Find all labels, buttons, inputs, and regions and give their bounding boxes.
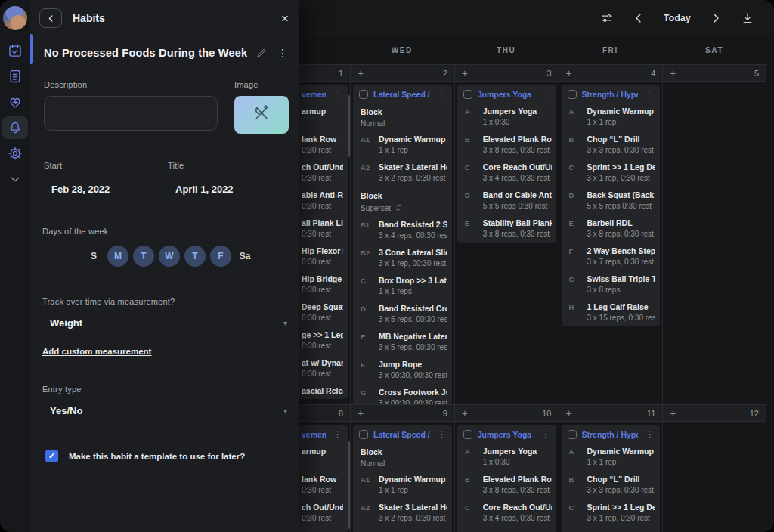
exercise-row[interactable]: CSprint >> 1 Leg Declarations3 x 1 rep, …	[562, 159, 661, 187]
add-workout-button[interactable]: +	[462, 408, 468, 419]
exercise-row[interactable]: B1Band Resisted 2 Step Late...3 x 4 reps…	[353, 216, 452, 244]
exercise-row[interactable]: GCross Footwork Jump Rope3 x 00:30, 00:3…	[353, 384, 452, 404]
workout-checkbox[interactable]	[463, 90, 472, 99]
add-workout-button[interactable]: +	[462, 68, 468, 79]
exercise-row[interactable]: A2Skater 3 Lateral Hops >> ...3 x 2 reps…	[353, 499, 452, 527]
exercise-row[interactable]: armup	[299, 103, 348, 131]
sidebar-item-heart[interactable]	[2, 91, 28, 113]
exercise-row[interactable]: lank Row0:30 rest	[299, 131, 348, 159]
add-workout-button[interactable]: +	[670, 408, 676, 419]
day-toggle-m[interactable]: M	[107, 246, 128, 267]
exercise-row[interactable]: DBand or Cable Anti Rotati...5 x 5 reps …	[457, 187, 556, 215]
exercise-row[interactable]: at w/ Dynamic P...0:30 rest	[299, 354, 348, 382]
kebab-menu-icon[interactable]: ⋮	[435, 429, 448, 439]
workout-checkbox[interactable]	[568, 90, 577, 99]
workout-title[interactable]: vement Q...	[302, 430, 326, 439]
sidebar-item-calendar[interactable]	[2, 39, 28, 62]
day-toggle-sa[interactable]: Sa	[236, 251, 254, 261]
workout-checkbox[interactable]	[359, 90, 368, 99]
close-icon[interactable]: ×	[281, 12, 289, 25]
template-checkbox[interactable]: ✓	[45, 450, 58, 462]
kebab-menu-icon[interactable]: ⋮	[435, 89, 448, 99]
sidebar-item-document[interactable]	[2, 65, 28, 88]
add-workout-button[interactable]: +	[670, 68, 676, 79]
back-button[interactable]	[39, 8, 62, 28]
add-custom-measurement-link[interactable]: Add custom measurement	[42, 347, 151, 356]
scrollbar-thumb[interactable]	[348, 441, 350, 529]
exercise-row[interactable]: Deep Squat Mo...0:30 rest	[299, 298, 348, 326]
end-date-value[interactable]: April 1, 2022	[168, 184, 289, 195]
next-week-chevron-icon[interactable]	[709, 11, 723, 25]
prev-week-chevron-icon[interactable]	[632, 11, 646, 25]
exercise-row[interactable]: lank Row0:30 rest	[299, 471, 348, 499]
exercise-row[interactable]: ch Out/Under0:30 rest	[299, 499, 348, 527]
add-workout-button[interactable]: +	[358, 408, 364, 419]
description-input[interactable]	[44, 96, 218, 131]
add-workout-button[interactable]: +	[566, 408, 572, 419]
workout-title[interactable]: Strength / Hypertro...	[582, 430, 639, 439]
workout-card[interactable]: vement Q...⋮armuplank Row0:30 restch Out…	[299, 425, 348, 532]
workout-card[interactable]: Jumpers Yoga / Core⋮AJumpers Yoga1 x 0:3…	[457, 425, 556, 532]
kebab-menu-icon[interactable]: ⋮	[540, 429, 553, 439]
exercise-row[interactable]: CCore Reach Out/Under3 x 4 reps, 0:30 re…	[457, 499, 556, 527]
exercise-row[interactable]: H1 Leg Calf Raise3 x 15 reps, 0:30 rest	[562, 298, 661, 326]
add-workout-button[interactable]: +	[358, 68, 364, 79]
workout-checkbox[interactable]	[568, 430, 577, 439]
exercise-row[interactable]: A1Dynamic Warmup1 x 1 rep	[353, 471, 452, 499]
habit-kebab-menu-icon[interactable]: ⋮	[275, 47, 290, 59]
exercise-row[interactable]: EBarbell RDL3 x 8 reps, 0:30 rest	[562, 215, 661, 243]
workout-title[interactable]: vement Q...	[302, 90, 326, 99]
exercise-row[interactable]: FJump Rope3 x 00:30, 00:30 rest	[353, 356, 452, 384]
exercise-row[interactable]: A2Skater 3 Lateral Hops >> ...3 x 2 reps…	[353, 159, 452, 187]
exercise-row[interactable]: ADynamic Warmup1 x 1 rep	[562, 103, 661, 131]
today-button[interactable]: Today	[664, 13, 691, 23]
add-workout-button[interactable]: +	[566, 68, 572, 79]
exercise-row[interactable]: able Anti-Rotati...0:30 rest	[299, 527, 348, 532]
exercise-row[interactable]: Hip Bridge w/ ...0:30 rest	[299, 271, 348, 298]
filter-sliders-icon[interactable]	[600, 11, 614, 25]
day-toggle-f[interactable]: F	[210, 246, 231, 267]
day-toggle-t[interactable]: T	[184, 246, 206, 267]
workout-card[interactable]: Jumpers Yoga / Core⋮AJumpers Yoga1 x 0:3…	[457, 85, 556, 243]
workout-card[interactable]: Lateral Speed / Plyo⋮BlockNormalA1Dynami…	[353, 85, 452, 404]
day-toggle-t[interactable]: T	[133, 246, 154, 267]
exercise-row[interactable]: all Plank Linear ...0:30 rest	[299, 215, 348, 243]
exercise-row[interactable]: CBox Drop >> 3 Lateral H...1 x 1 reps	[353, 272, 452, 300]
exercise-row[interactable]: GSwiss Ball Triple Threat3 x 8 reps	[562, 271, 661, 298]
measurement-select[interactable]: Weight ▾	[50, 317, 287, 329]
download-icon[interactable]	[741, 11, 754, 25]
exercise-row[interactable]: ADynamic Warmup1 x 1 rep	[562, 443, 661, 471]
edit-pencil-icon[interactable]	[256, 48, 267, 58]
exercise-row[interactable]: F2 Way Bench Step Up3 x 7 reps, 0:30 res…	[562, 243, 661, 271]
habit-image-thumbnail[interactable]	[234, 96, 289, 134]
exercise-row[interactable]: DBand Resisted Crossover...3 x 5 reps, 0…	[353, 300, 452, 328]
exercise-row[interactable]: AJumpers Yoga1 x 0:30	[457, 443, 556, 471]
exercise-row[interactable]: A1Dynamic Warmup1 x 1 rep	[353, 131, 452, 159]
workout-card[interactable]: Lateral Speed / Plyo⋮BlockNormalA1Dynami…	[353, 425, 452, 532]
sidebar-item-bell[interactable]	[2, 116, 28, 139]
sidebar-item-chevron-down[interactable]	[2, 168, 28, 190]
exercise-row[interactable]: DBack Squat (Back Off Set)5 x 5 reps 0:3…	[562, 187, 661, 215]
start-date-value[interactable]: Feb 28, 2022	[44, 184, 168, 195]
workout-card[interactable]: Strength / Hypertro...⋮ADynamic Warmup1 …	[562, 85, 661, 326]
workout-card[interactable]: vement Q...⋮armuplank Row0:30 restch Out…	[299, 85, 348, 399]
exercise-row[interactable]: able Anti-Rotati...0:30 rest	[299, 187, 348, 215]
workout-title[interactable]: Lateral Speed / Plyo	[373, 90, 430, 99]
exercise-row[interactable]: DBack Squat (Back Off Set)5 x 5 reps 0:3…	[562, 527, 661, 532]
workout-title[interactable]: Jumpers Yoga / Core	[478, 430, 534, 439]
exercise-row[interactable]: B23 Cone Lateral Slide3 x 1 rep, 00:30 r…	[353, 244, 452, 272]
avatar[interactable]	[3, 6, 27, 30]
exercise-row[interactable]: armup	[299, 443, 348, 471]
workout-checkbox[interactable]	[463, 430, 472, 439]
workout-title[interactable]: Lateral Speed / Plyo	[373, 430, 430, 439]
exercise-row[interactable]: ascial Release C...	[299, 382, 348, 399]
kebab-menu-icon[interactable]: ⋮	[643, 429, 656, 439]
exercise-row[interactable]: BChop “L” Drill3 x 3 reps, 0:30 rest	[562, 471, 661, 499]
kebab-menu-icon[interactable]: ⋮	[331, 89, 344, 99]
exercise-row[interactable]: DBand or Cable Anti Rotati...5 x 5 reps …	[457, 527, 556, 532]
exercise-row[interactable]: CSprint >> 1 Leg Declarations3 x 1 rep, …	[562, 499, 661, 527]
exercise-row[interactable]: BChop “L” Drill3 x 3 reps, 0:30 rest	[562, 131, 661, 159]
kebab-menu-icon[interactable]: ⋮	[643, 89, 656, 99]
workout-checkbox[interactable]	[359, 430, 368, 439]
exercise-row[interactable]: AJumpers Yoga1 x 0:30	[457, 103, 556, 131]
